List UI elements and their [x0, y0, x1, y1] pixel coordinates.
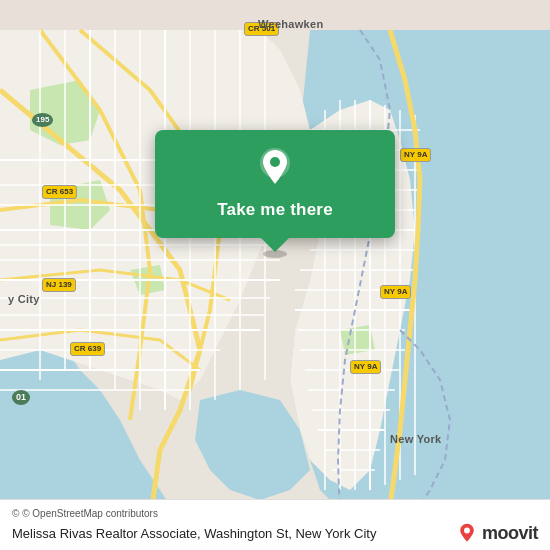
label-ycity: y City: [8, 293, 40, 305]
attribution-label: © OpenStreetMap contributors: [22, 508, 158, 519]
badge-cr639: CR 639: [70, 342, 105, 356]
badge-01: 01: [12, 390, 30, 405]
label-weehawken: Weehawken: [258, 18, 323, 30]
label-newyork: New York: [390, 433, 442, 445]
popup-card: Take me there: [155, 130, 395, 238]
svg-point-52: [464, 528, 470, 534]
copyright-symbol: ©: [12, 508, 19, 519]
place-name-label: Melissa Rivas Realtor Associate, Washing…: [12, 526, 456, 541]
moovit-icon: [456, 522, 478, 544]
badge-195: 195: [32, 113, 53, 127]
take-me-there-button[interactable]: Take me there: [217, 200, 333, 220]
badge-ny9a-2: NY 9A: [380, 285, 411, 299]
bottom-bar: © © OpenStreetMap contributors Melissa R…: [0, 499, 550, 550]
badge-nj139: NJ 139: [42, 278, 76, 292]
svg-point-51: [270, 157, 280, 167]
attribution-text: © © OpenStreetMap contributors: [12, 508, 538, 519]
badge-ny9a-1: NY 9A: [400, 148, 431, 162]
badge-cr653: CR 653: [42, 185, 77, 199]
moovit-text: moovit: [482, 523, 538, 544]
location-pin-icon: [253, 146, 297, 190]
badge-ny9a-3: NY 9A: [350, 360, 381, 374]
moovit-logo: moovit: [456, 522, 538, 544]
map-container: 195 CR 501 CR 653 NJ 139 NY 9A NY 9A NY …: [0, 0, 550, 550]
